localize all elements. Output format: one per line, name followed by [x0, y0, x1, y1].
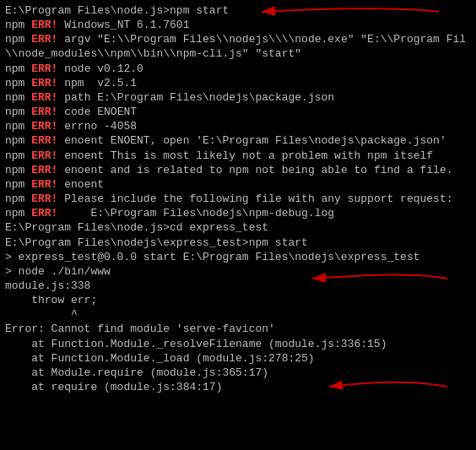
terminal-line: at require (module.js:384:17): [5, 380, 471, 394]
terminal: E:\Program Files\node.js>npm startnpm ER…: [0, 0, 476, 450]
terminal-line: npm ERR! path E:\Program Files\nodejs\pa…: [5, 90, 471, 105]
terminal-line: > express_test@0.0.0 start E:\Program Fi…: [5, 250, 471, 264]
terminal-line: E:\Program Files\nodejs\express_test>npm…: [5, 236, 471, 250]
terminal-line: npm ERR! enoent ENOENT, open 'E:\Program…: [5, 133, 471, 148]
terminal-line: npm ERR! errno -4058: [5, 119, 471, 133]
terminal-line: module.js:338: [5, 279, 471, 293]
terminal-line: throw err;: [5, 293, 471, 307]
terminal-line: E:\Program Files\node.js>cd express_test: [5, 220, 471, 235]
terminal-line: npm ERR! Windows_NT 6.1.7601: [5, 18, 471, 32]
terminal-line: at Function.Module._load (module.js:278:…: [5, 351, 471, 366]
terminal-line: npm ERR! enoent: [5, 177, 471, 192]
terminal-line: npm ERR! enoent and is related to npm no…: [5, 163, 471, 177]
terminal-line: npm ERR! enoent This is most likely not …: [5, 149, 471, 163]
terminal-line: ^: [5, 307, 471, 322]
terminal-line: at Function.Module._resolveFilename (mod…: [5, 337, 471, 351]
terminal-line: at Module.require (module.js:365:17): [5, 366, 471, 380]
terminal-line: npm ERR! npm v2.5.1: [5, 76, 471, 90]
terminal-line: npm ERR! code ENOENT: [5, 105, 471, 119]
terminal-line: npm ERR! argv "E:\\Program Files\\nodejs…: [5, 32, 471, 46]
terminal-line: Error: Cannot find module 'serve-favicon…: [5, 322, 471, 336]
terminal-line: npm ERR! node v0.12.0: [5, 62, 471, 76]
terminal-line: \\node_modules\\npm\\bin\\npm-cli.js" "s…: [5, 46, 471, 61]
terminal-line: npm ERR! Please include the following fi…: [5, 192, 471, 206]
terminal-line: npm ERR! E:\Program Files\nodejs\npm-deb…: [5, 206, 471, 220]
terminal-line: E:\Program Files\node.js>npm start: [5, 3, 471, 18]
terminal-line: > node ./bin/www: [5, 264, 471, 279]
